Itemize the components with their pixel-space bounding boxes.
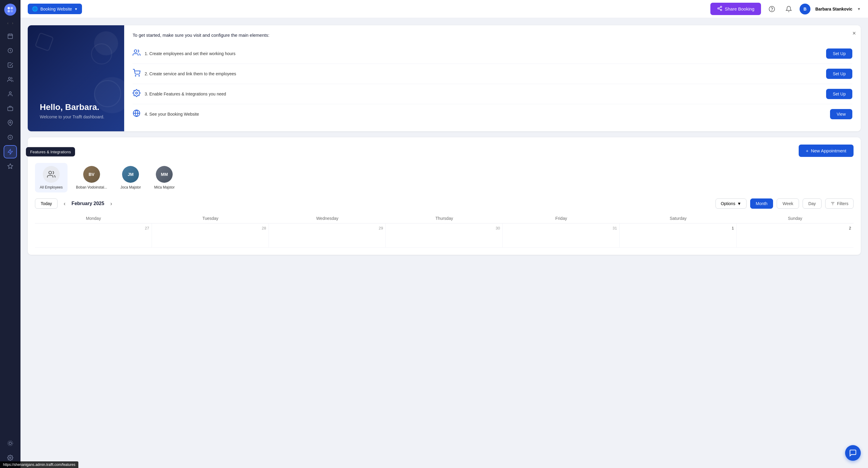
sidebar-item-services[interactable] bbox=[4, 102, 17, 115]
svg-point-3 bbox=[10, 10, 13, 12]
employee-name-mica: Mića Majstor bbox=[154, 185, 175, 190]
week-view-button[interactable]: Week bbox=[777, 198, 799, 209]
employee-item-all[interactable]: All Employees bbox=[35, 163, 67, 193]
today-button[interactable]: Today bbox=[35, 198, 58, 209]
svg-marker-15 bbox=[8, 164, 13, 169]
sidebar-item-finance[interactable] bbox=[4, 131, 17, 144]
step2-setup-button[interactable]: Set Up bbox=[826, 69, 852, 79]
day-saturday: Saturday bbox=[620, 216, 737, 221]
setup-step-4: 4. See your Booking Website View bbox=[133, 104, 852, 124]
svg-point-24 bbox=[769, 6, 775, 11]
cal-cell-1[interactable]: 1 bbox=[620, 224, 737, 247]
welcome-subtitle: Welcome to your Trafft dashboard. bbox=[40, 114, 112, 119]
employee-name-all: All Employees bbox=[40, 185, 63, 190]
new-appointment-button[interactable]: + New Appointment bbox=[799, 144, 854, 157]
svg-point-20 bbox=[718, 8, 719, 9]
day-friday: Friday bbox=[503, 216, 620, 221]
prev-month-button[interactable]: ‹ bbox=[61, 199, 68, 208]
svg-point-12 bbox=[10, 122, 11, 123]
next-month-button[interactable]: › bbox=[108, 199, 115, 208]
step3-setup-button[interactable]: Set Up bbox=[826, 89, 852, 99]
url-bar: https://shenanigans.admin.trafft.com/fea… bbox=[0, 461, 79, 468]
current-month-label: February 2025 bbox=[71, 201, 104, 206]
notifications-button[interactable] bbox=[783, 3, 795, 15]
globe-icon: 🌐 bbox=[32, 6, 38, 12]
sidebar-item-calendar[interactable] bbox=[4, 30, 17, 43]
cal-cell-27[interactable]: 27 bbox=[35, 224, 152, 247]
cal-cell-30[interactable]: 30 bbox=[386, 224, 503, 247]
user-info: Barbara Stankovic bbox=[815, 7, 852, 11]
employee-item-boban[interactable]: BV Boban Vodoinstal... bbox=[71, 163, 112, 193]
plus-icon: + bbox=[806, 148, 809, 153]
svg-point-17 bbox=[8, 441, 13, 446]
sidebar-item-dashboard[interactable] bbox=[4, 44, 17, 57]
welcome-steps: × To get started, make sure you visit an… bbox=[124, 25, 861, 131]
sidebar-item-customers[interactable] bbox=[4, 87, 17, 101]
cal-cell-29[interactable]: 29 bbox=[269, 224, 386, 247]
setup-step-1: 1. Create employees and set their workin… bbox=[133, 44, 852, 64]
sidebar-prev-arrow[interactable]: ‹ bbox=[6, 21, 10, 26]
cal-cell-28[interactable]: 28 bbox=[152, 224, 269, 247]
step2-icon bbox=[133, 69, 141, 78]
options-chevron-icon: ▼ bbox=[737, 201, 741, 206]
svg-rect-4 bbox=[8, 34, 13, 38]
booking-website-button[interactable]: 🌐 Booking Website ▼ bbox=[28, 4, 82, 14]
user-name: Barbara Stankovic bbox=[815, 7, 852, 11]
joca-avatar: JM bbox=[122, 166, 139, 183]
step4-text: 4. See your Booking Website bbox=[145, 112, 826, 116]
share-booking-button[interactable]: Share Booking bbox=[710, 3, 761, 15]
welcome-greeting: Hello, Barbara. bbox=[40, 102, 112, 112]
step1-icon bbox=[133, 49, 141, 59]
calendar-section: Calendar + New Appointment All Employees bbox=[28, 137, 861, 255]
step4-view-button[interactable]: View bbox=[830, 109, 852, 119]
cal-cell-2[interactable]: 2 bbox=[737, 224, 854, 247]
header: 🌐 Booking Website ▼ Share Booking B Barb… bbox=[21, 0, 868, 18]
options-label: Options bbox=[721, 201, 735, 206]
svg-point-32 bbox=[49, 171, 52, 174]
app-logo[interactable] bbox=[4, 4, 16, 16]
sidebar-item-locations[interactable] bbox=[4, 116, 17, 130]
svg-point-16 bbox=[9, 442, 11, 444]
calendar-week-1: 27 28 29 30 31 1 2 bbox=[35, 224, 854, 247]
welcome-image: Hello, Barbara. Welcome to your Trafft d… bbox=[28, 25, 124, 131]
step2-text: 2. Create service and link them to the e… bbox=[145, 71, 822, 76]
day-monday: Monday bbox=[35, 216, 152, 221]
content-area: Hello, Barbara. Welcome to your Trafft d… bbox=[21, 18, 868, 468]
setup-step-3: 3. Enable Features & Integrations you ne… bbox=[133, 84, 852, 104]
sidebar: ‹ › Features & Integrations bbox=[0, 0, 21, 468]
user-menu-chevron[interactable]: ▼ bbox=[857, 7, 861, 11]
close-welcome-button[interactable]: × bbox=[852, 30, 856, 36]
sidebar-item-features[interactable]: Features & Integrations bbox=[4, 145, 17, 158]
employee-item-mica[interactable]: MM Mića Majstor bbox=[149, 163, 179, 193]
chat-bubble[interactable] bbox=[845, 445, 861, 461]
employee-name-boban: Boban Vodoinstal... bbox=[76, 185, 107, 190]
day-thursday: Thursday bbox=[386, 216, 503, 221]
cal-cell-31[interactable]: 31 bbox=[503, 224, 620, 247]
filters-button[interactable]: Filters bbox=[825, 198, 854, 209]
calendar-grid: Monday Tuesday Wednesday Thursday Friday… bbox=[35, 213, 854, 247]
calendar-header: Calendar + New Appointment bbox=[35, 144, 854, 157]
all-employees-avatar bbox=[43, 166, 60, 183]
step1-setup-button[interactable]: Set Up bbox=[826, 48, 852, 59]
filters-label: Filters bbox=[837, 201, 848, 206]
sidebar-next-arrow[interactable]: › bbox=[11, 21, 14, 26]
day-view-button[interactable]: Day bbox=[803, 198, 822, 209]
share-booking-label: Share Booking bbox=[725, 6, 754, 11]
help-button[interactable] bbox=[766, 3, 778, 15]
employee-item-joca[interactable]: JM Joca Majstor bbox=[116, 163, 146, 193]
booking-website-label: Booking Website bbox=[40, 7, 72, 11]
step3-icon bbox=[133, 89, 141, 99]
booking-website-chevron: ▼ bbox=[74, 7, 78, 11]
sidebar-item-appearance[interactable] bbox=[4, 437, 17, 450]
svg-point-18 bbox=[10, 457, 11, 459]
sidebar-item-team[interactable] bbox=[4, 73, 17, 86]
month-view-button[interactable]: Month bbox=[750, 198, 773, 209]
svg-point-21 bbox=[720, 9, 722, 11]
options-button[interactable]: Options ▼ bbox=[715, 198, 746, 209]
step3-text: 3. Enable Features & Integrations you ne… bbox=[145, 92, 822, 96]
svg-point-29 bbox=[135, 92, 138, 94]
user-avatar: B bbox=[800, 4, 810, 14]
sidebar-item-tasks[interactable] bbox=[4, 59, 17, 72]
svg-point-10 bbox=[9, 92, 11, 94]
sidebar-item-reviews[interactable] bbox=[4, 160, 17, 173]
